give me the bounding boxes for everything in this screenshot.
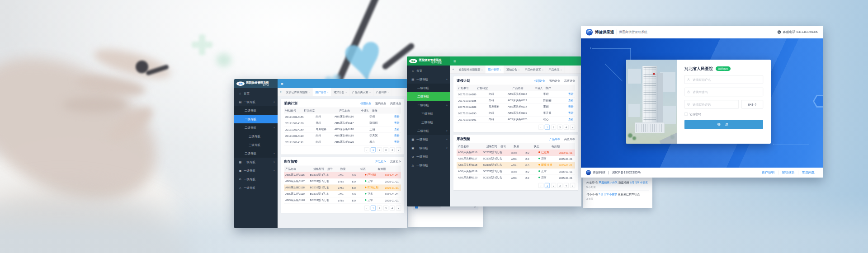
view-link[interactable]: 查看 [562,117,575,122]
page-button[interactable]: ‹ [538,183,543,188]
page-button[interactable]: 2 [551,183,556,188]
feed-link[interactable]: 风魔精英小分队 [599,181,618,184]
tab[interactable]: 通知公告 ○ [504,66,522,74]
view-link[interactable]: 查看 [562,92,575,96]
captcha-code[interactable]: 6+8=? [741,100,763,109]
sidebar-item[interactable]: 三级导航 [234,132,278,141]
page-button[interactable]: 4 [564,125,569,130]
page-button[interactable]: 4 [564,183,569,188]
sidebar-item[interactable]: 二级导航 ∧ [407,101,450,109]
sidebar-item[interactable]: △ 一级导航 [234,183,278,192]
tab[interactable]: 产品分类设置 ○ [522,66,546,74]
page-button[interactable]: 2 [551,125,556,130]
login-button[interactable]: 登 录 [684,120,763,129]
section-link[interactable]: 产品库存 [549,137,560,141]
feed-link[interactable]: 5月日常小需求 [630,181,648,184]
sidebar-item[interactable]: 二级导航 [234,115,278,123]
page-button[interactable]: 1 [545,125,550,130]
sidebar-item[interactable]: 二级导航 [407,84,450,92]
section-link[interactable]: 高值库存 [390,160,401,164]
page-button[interactable]: › [570,183,575,188]
page-button[interactable]: ‹ [364,206,369,211]
view-link[interactable]: 查看 [562,98,575,103]
sidebar-item[interactable]: ⊘ 一级导航 [234,175,278,183]
password-input[interactable] [692,90,761,94]
section-link[interactable]: 领用计划 [534,79,545,83]
tab[interactable]: 用户管理 ○ [486,66,504,74]
tab[interactable]: 产品出库 ○ [373,88,392,96]
service-phone: 客服电话 0311-83056390 [783,30,818,34]
sidebar-item[interactable]: 二级导航 ∧ [234,123,278,132]
page-button[interactable]: › [570,125,575,130]
page-button[interactable]: 3 [383,147,388,152]
page-button[interactable]: 3 [557,125,562,130]
view-link[interactable]: 查看 [388,115,401,119]
sidebar-item[interactable]: ⌂ 首页 [407,66,450,75]
sidebar-item[interactable]: ⌂ 首页 [234,89,278,98]
page-button[interactable]: ‹ [364,147,369,152]
view-link[interactable]: 查看 [388,134,401,138]
view-link[interactable]: 查看 [562,105,575,109]
collapse-tabs-icon[interactable]: « [278,88,283,96]
feed-link[interactable]: 5 月日常小需求 [599,193,617,196]
page-button[interactable]: 2 [377,206,382,211]
sidebar-item[interactable]: ▦ 一级导航 ∨ [234,158,278,166]
page-button[interactable]: 1 [545,183,550,188]
view-link[interactable]: 查看 [562,111,575,115]
cell-expiry: 2025-01-01 [557,170,575,173]
sidebar-item[interactable]: ▣ 一级导航 ∨ [407,144,450,152]
section-link[interactable]: 预约计划 [549,79,560,83]
view-link[interactable]: 查看 [388,121,401,125]
sidebar-item[interactable]: ▦ 一级导航 ∨ [407,135,450,144]
sidebar-item[interactable]: 二级导航 ∨ [234,149,278,158]
page-button[interactable]: 1 [371,147,376,152]
collapse-tabs-icon[interactable]: « [450,66,456,74]
sidebar-item[interactable]: 三级导航 [407,118,450,126]
section-link[interactable]: 领用计划 [360,102,371,106]
tab[interactable]: 通知公告 ○ [331,88,349,96]
sidebar-item[interactable]: 二级导航 [407,92,450,101]
view-link[interactable]: 查看 [388,140,401,144]
tab[interactable]: 产品分类设置 ○ [349,88,373,96]
page-button[interactable]: ‹ [538,125,543,130]
page-button[interactable]: › [396,147,401,152]
tab[interactable]: 资质证件效期预警 ○ [456,66,486,74]
tab[interactable]: 产品出库 ○ [546,66,565,74]
sidebar-item[interactable]: ⊘ 一级导航 [407,152,450,161]
tab[interactable]: 资质证件效期预警 ○ [283,88,313,96]
sidebar-item[interactable]: 二级导航 ∨ [407,126,450,135]
username-input[interactable] [692,78,761,82]
feed-item[interactable]: 朱老师 在 风魔精英小分队 新建项目 5月日常小需求 5 小时前 [586,180,649,191]
menu-icon[interactable]: ≡ [281,81,283,86]
page-button[interactable]: 2 [377,147,382,152]
sidebar-item[interactable]: ▤ 一级导航 ∧ [234,98,278,106]
sidebar-item[interactable]: 二级导航 [234,106,278,115]
page-button[interactable]: 3 [383,206,388,211]
sidebar-item[interactable]: △ 一级导航 [407,161,450,169]
captcha-input[interactable] [692,103,736,107]
page-button[interactable]: 4 [390,147,395,152]
page-button[interactable]: 4 [390,206,395,211]
cell-spec: BC533型 5孔 右 [481,163,510,167]
feed-item[interactable]: 付小小 在 5 月日常小需求 更新至已发布状态 3 天前 [586,191,649,202]
section-link[interactable]: 产品库存 [375,160,386,164]
cell-applicant: 陈丽丽 [542,98,562,103]
sidebar-item[interactable]: ▤ 一级导航 ∧ [407,75,450,84]
page-button[interactable]: 1 [371,206,376,211]
section-link[interactable]: 高值库存 [564,137,575,141]
sidebar-item[interactable]: ▣ 一级导航 ∨ [234,166,278,175]
page-button[interactable]: 3 [557,183,562,188]
section-link[interactable]: 高值计划 [564,79,575,83]
menu-icon[interactable]: ≡ [453,59,456,63]
sidebar-item[interactable]: 三级导航 [234,141,278,149]
section-link[interactable]: 预约计划 [375,102,386,106]
footer-link[interactable]: 操作说明 [758,171,778,175]
page-button[interactable]: › [396,206,401,211]
footer-link[interactable]: 密钥驱动 [778,171,798,175]
section-link[interactable]: 高值计划 [390,102,401,106]
footer-link[interactable]: 常见问题 [798,171,819,175]
view-link[interactable]: 查看 [388,127,401,131]
tab[interactable]: 用户管理 ○ [313,88,331,96]
sidebar-item[interactable]: 三级导航 [407,109,450,118]
remember-checkbox[interactable] [684,112,688,116]
